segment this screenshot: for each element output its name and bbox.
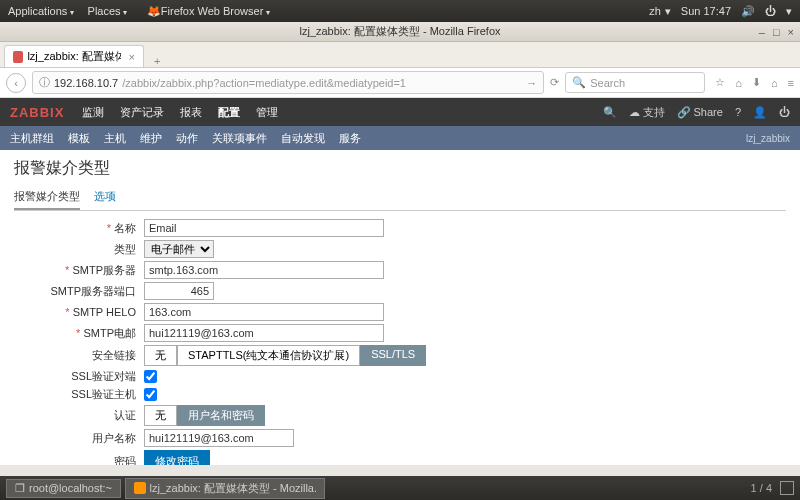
places-menu[interactable]: Places	[88, 5, 127, 17]
form-tabs: 报警媒介类型 选项	[14, 185, 786, 211]
page-content: 报警媒介类型 报警媒介类型 选项 名称 类型电子邮件 SMTP服务器 SMTP服…	[0, 150, 800, 465]
security-starttls[interactable]: STAPTTLS(纯文本通信协议扩展)	[177, 345, 360, 366]
global-search-icon[interactable]: 🔍	[603, 106, 617, 119]
browser-tab[interactable]: lzj_zabbix: 配置媒体... ×	[4, 45, 144, 67]
subnav-hosts[interactable]: 主机	[104, 131, 126, 146]
window-title: lzj_zabbix: 配置媒体类型 - Mozilla Firefox	[299, 24, 500, 39]
subnav-discovery[interactable]: 自动发现	[281, 131, 325, 146]
share-link[interactable]: 🔗Share	[677, 106, 723, 119]
minimize-icon[interactable]: –	[759, 26, 765, 38]
nav-monitoring[interactable]: 监测	[82, 105, 104, 120]
smtp-server-input[interactable]	[144, 261, 384, 279]
tab-mediatype[interactable]: 报警媒介类型	[14, 185, 80, 210]
ssl-peer-checkbox[interactable]	[144, 370, 157, 383]
tab-close-icon[interactable]: ×	[129, 51, 135, 63]
auth-userpass[interactable]: 用户名和密码	[177, 405, 265, 426]
applications-menu[interactable]: Applications	[8, 5, 74, 17]
zabbix-main-nav: ZABBIX 监测 资产记录 报表 配置 管理 🔍 ☁ 支持 🔗Share ? …	[0, 98, 800, 126]
subnav-maintenance[interactable]: 维护	[140, 131, 162, 146]
user-menu-icon[interactable]: ▾	[786, 5, 792, 18]
name-input[interactable]	[144, 219, 384, 237]
smtp-email-input[interactable]	[144, 324, 384, 342]
smtp-port-input[interactable]	[144, 282, 214, 300]
user-icon[interactable]: 👤	[753, 106, 767, 119]
browser-toolbar: ‹ ⓘ 192.168.10.7/zabbix/zabbix.php?actio…	[0, 68, 800, 98]
window-titlebar: lzj_zabbix: 配置媒体类型 - Mozilla Firefox – □…	[0, 22, 800, 42]
maximize-icon[interactable]: □	[773, 26, 780, 38]
subnav-templates[interactable]: 模板	[68, 131, 90, 146]
workspace-indicator[interactable]: 1 / 4	[751, 482, 772, 494]
search-icon: 🔍	[572, 76, 586, 89]
type-select[interactable]: 电子邮件	[144, 240, 214, 258]
security-none[interactable]: 无	[144, 345, 177, 366]
zabbix-sub-nav: 主机群组 模板 主机 维护 动作 关联项事件 自动发现 服务 lzj_zabbi…	[0, 126, 800, 150]
tab-options[interactable]: 选项	[94, 185, 116, 210]
subnav-actions[interactable]: 动作	[176, 131, 198, 146]
search-box[interactable]: 🔍 Search	[565, 72, 705, 93]
help-icon[interactable]: ?	[735, 106, 741, 118]
mediatype-form: 名称 类型电子邮件 SMTP服务器 SMTP服务器端口 SMTP HELO SM…	[24, 219, 786, 465]
clock[interactable]: Sun 17:47	[681, 5, 731, 17]
lang-indicator[interactable]: zh	[649, 5, 661, 17]
back-button[interactable]: ‹	[6, 73, 26, 93]
pocket-icon[interactable]: ⌂	[735, 77, 742, 89]
ssl-host-checkbox[interactable]	[144, 388, 157, 401]
new-tab-button[interactable]: +	[148, 55, 166, 67]
show-desktop-icon[interactable]	[780, 481, 794, 495]
address-bar[interactable]: ⓘ 192.168.10.7/zabbix/zabbix.php?action=…	[32, 71, 544, 94]
username-input[interactable]	[144, 429, 294, 447]
task-terminal[interactable]: ❐root@localhost:~	[6, 479, 121, 498]
smtp-helo-input[interactable]	[144, 303, 384, 321]
subnav-services[interactable]: 服务	[339, 131, 361, 146]
info-icon: ⓘ	[39, 75, 50, 90]
task-firefox[interactable]: lzj_zabbix: 配置媒体类型 - Mozilla...	[125, 478, 325, 499]
gnome-taskbar: ❐root@localhost:~ lzj_zabbix: 配置媒体类型 - M…	[0, 476, 800, 500]
zabbix-logo[interactable]: ZABBIX	[10, 105, 64, 120]
page-title: 报警媒介类型	[14, 158, 786, 179]
browser-tabbar: lzj_zabbix: 配置媒体... × +	[0, 42, 800, 68]
close-icon[interactable]: ×	[788, 26, 794, 38]
go-icon[interactable]: →	[526, 77, 537, 89]
nav-administration[interactable]: 管理	[256, 105, 278, 120]
security-ssltls[interactable]: SSL/TLS	[360, 345, 426, 366]
firefox-menu[interactable]: Firefox Web Browser	[161, 5, 270, 17]
nav-reports[interactable]: 报表	[180, 105, 202, 120]
auth-none[interactable]: 无	[144, 405, 177, 426]
downloads-icon[interactable]: ⬇	[752, 76, 761, 89]
menu-icon[interactable]: ≡	[788, 77, 794, 89]
change-password-button[interactable]: 修改密码	[144, 450, 210, 465]
breadcrumb-user: lzj_zabbix	[746, 133, 790, 144]
subnav-hostgroups[interactable]: 主机群组	[10, 131, 54, 146]
home-icon[interactable]: ⌂	[771, 77, 778, 89]
support-link[interactable]: ☁ 支持	[629, 105, 665, 120]
nav-configuration[interactable]: 配置	[218, 105, 240, 120]
reload-icon[interactable]: ⟳	[550, 76, 559, 89]
logout-icon[interactable]: ⏻	[779, 106, 790, 118]
nav-inventory[interactable]: 资产记录	[120, 105, 164, 120]
zabbix-favicon	[13, 51, 23, 63]
gnome-top-bar: Applications Places 🦊 Firefox Web Browse…	[0, 0, 800, 22]
power-icon[interactable]: ⏻	[765, 5, 776, 17]
bookmark-icon[interactable]: ☆	[715, 76, 725, 89]
volume-icon[interactable]: 🔊	[741, 5, 755, 18]
subnav-correlation[interactable]: 关联项事件	[212, 131, 267, 146]
